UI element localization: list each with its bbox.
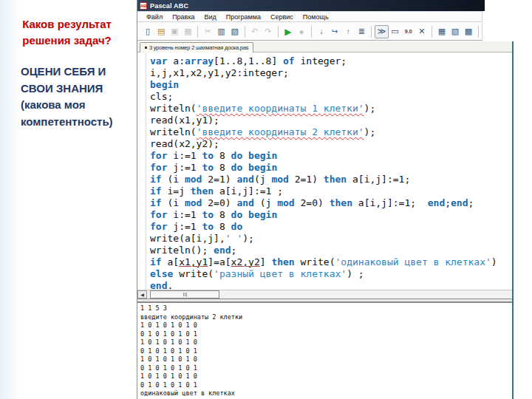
menu-item-edit[interactable]: Правка (172, 13, 194, 21)
editor-tab-label: 3 уровень номер 2 шахматная доска.pas (149, 44, 248, 51)
redo-icon: ↷ (265, 27, 271, 36)
modified-marker-icon (145, 47, 147, 49)
code-line: writeln('введите координаты 1 клетки'); (150, 103, 497, 115)
editor-tab[interactable]: 3 уровень номер 2 шахматная доска.pas (140, 42, 253, 52)
code-line: var a:array[1..8,1..8] of integer; (150, 55, 497, 67)
toolbar-separator (278, 26, 279, 38)
toolbar-separator (245, 26, 245, 38)
format-numbers-button[interactable]: 9.0 (402, 25, 415, 38)
code-line: else write('разный цвет в клетках') ; (150, 268, 497, 280)
output-console[interactable]: 1 1 5 3введите координаты 2 клетки1 0 1 … (137, 303, 513, 399)
step-into-button[interactable]: ↓ (315, 25, 328, 38)
cut-button: ✂ (201, 25, 214, 38)
window-layout-3-button[interactable]: ▩ (462, 25, 475, 38)
code-line: for j:=1 to 8 do begin (150, 162, 497, 174)
window-layout-1-icon: ▦ (438, 27, 446, 36)
menu-bar: Файл Правка Вид Программа Сервис Помощь (137, 11, 482, 22)
menu-item-program[interactable]: Программа (226, 13, 261, 21)
step-out-button[interactable]: ↑ (341, 25, 355, 38)
statement-line: ОЦЕНИ СЕБЯ И (21, 64, 135, 81)
copy-button[interactable]: ▥ (215, 25, 228, 38)
code-line: for i:=1 to 8 do begin (150, 150, 497, 162)
code-editor[interactable]: var a:array[1..8,1..8] of integer;i,j,x1… (137, 52, 513, 290)
scroll-thumb[interactable] (150, 290, 219, 299)
paste-button[interactable]: ▧ (228, 25, 242, 38)
code-line: read(x1,y1); (150, 115, 497, 126)
window-layout-3-icon: ▩ (465, 27, 472, 36)
code-line: for j:=1 to 8 do (150, 221, 497, 233)
toggle-output-window-button[interactable]: ≫ (375, 25, 388, 38)
open-file-icon: ▤ (157, 27, 165, 36)
console-line: 0 1 0 1 0 1 0 1 (140, 364, 242, 373)
redo-button: ↷ (262, 25, 275, 38)
code-line: if (i mod 2=0) and (j mod 2=0) then a[i,… (150, 197, 497, 209)
question-line: решения задач? (6, 33, 128, 49)
window-title: Pascal ABC (150, 2, 188, 10)
code-line: begin (150, 79, 497, 91)
step-over-button[interactable]: ↪ (328, 25, 341, 38)
toolbar-separator (371, 26, 372, 38)
undo-button: ↶ (248, 25, 262, 38)
scroll-left-button[interactable]: ◀ (137, 290, 147, 299)
window-layout-2-button[interactable]: ▧ (449, 25, 462, 38)
toolbar: ▯▤▣▦✂▥▧↶↷▶●↓↪↑≣≫▭9.0✕▦▧▩ (137, 23, 482, 41)
code-line: write(a[i,j],' '); (150, 233, 497, 245)
menu-item-service[interactable]: Сервис (270, 13, 293, 21)
undo-icon: ↶ (251, 27, 258, 36)
code-line: i,j,x1,x2,y1,y2:integer; (150, 67, 497, 79)
console-line: одинаковый цвет в клетках (140, 389, 242, 398)
console-line: 0 1 0 1 0 1 0 1 (140, 347, 242, 356)
cut-icon: ✂ (205, 27, 211, 36)
pascal-abc-window: AB Pascal ABC Файл Правка Вид Программа … (137, 0, 514, 399)
run-icon: ▶ (284, 27, 291, 37)
add-watch-icon: ≣ (358, 27, 365, 36)
statement-line: компетентность) (21, 114, 135, 131)
menu-item-file[interactable]: Файл (146, 13, 163, 21)
add-watch-button[interactable]: ≣ (355, 25, 368, 38)
code-line: writeln('введите координаты 2 клетки'); (150, 126, 497, 138)
paste-icon: ▧ (231, 27, 238, 36)
code-line: if a[x1,y1]=a[x2,y2] then write('одинако… (150, 256, 497, 268)
editor-gutter-line (146, 52, 146, 290)
code-line: cls; (150, 91, 497, 103)
new-output-page-button[interactable]: ▭ (389, 25, 402, 38)
slide-question-title: Каков результат решения задач? (6, 16, 128, 49)
code-line: writeln(); end; (150, 245, 497, 256)
console-line: 1 0 1 0 1 0 1 0 (140, 355, 242, 364)
code-line: if i=j then a[i,j]:=1 ; (150, 185, 497, 197)
save-file-icon: ▣ (171, 27, 178, 36)
console-line: 1 0 1 0 1 0 1 0 (140, 338, 242, 347)
clear-output-button[interactable]: ✕ (415, 25, 429, 38)
open-file-button[interactable]: ▤ (154, 25, 168, 38)
code-area: var a:array[1..8,1..8] of integer;i,j,x1… (150, 55, 497, 292)
new-output-page-icon: ▭ (391, 27, 398, 36)
stop-icon: ● (299, 27, 304, 37)
menu-item-view[interactable]: Вид (205, 13, 216, 21)
statement-line: (какова моя (21, 97, 135, 114)
console-text: 1 1 5 3введите координаты 2 клетки1 0 1 … (140, 304, 242, 398)
console-line: 0 1 0 1 0 1 0 1 (140, 330, 242, 339)
step-out-icon: ↑ (347, 27, 350, 35)
code-line: if (i mod 2=1) and(j mod 2=1) then a[i,j… (150, 174, 497, 185)
slide-statement: ОЦЕНИ СЕБЯ И СВОИ ЗНАНИЯ (какова моя ком… (21, 64, 135, 130)
window-layout-1-button[interactable]: ▦ (435, 25, 449, 38)
console-line: 1 0 1 0 1 0 1 0 (140, 321, 242, 330)
app-logo-icon: AB (140, 2, 147, 10)
window-titlebar: AB Pascal ABC (137, 0, 485, 11)
run-button[interactable]: ▶ (282, 25, 295, 38)
statement-line: СВОИ ЗНАНИЯ (21, 81, 135, 98)
horizontal-scrollbar[interactable]: ◀ (137, 290, 513, 299)
toggle-output-window-icon: ≫ (378, 27, 386, 36)
tab-bar: 3 уровень номер 2 шахматная доска.pas (137, 41, 514, 52)
step-over-icon: ↪ (332, 27, 338, 35)
window-layout-2-icon: ▧ (451, 27, 459, 36)
stop-button: ● (295, 25, 308, 38)
save-all-icon: ▦ (184, 27, 191, 36)
new-file-icon: ▯ (146, 27, 150, 36)
window-right-border (512, 41, 514, 399)
code-line: read(x2,y2); (150, 138, 497, 150)
new-file-button[interactable]: ▯ (141, 25, 154, 38)
menu-item-help[interactable]: Помощь (303, 13, 329, 21)
console-line: 1 0 1 0 1 0 1 0 (140, 372, 242, 381)
console-line: введите координаты 2 клетки (140, 313, 242, 322)
